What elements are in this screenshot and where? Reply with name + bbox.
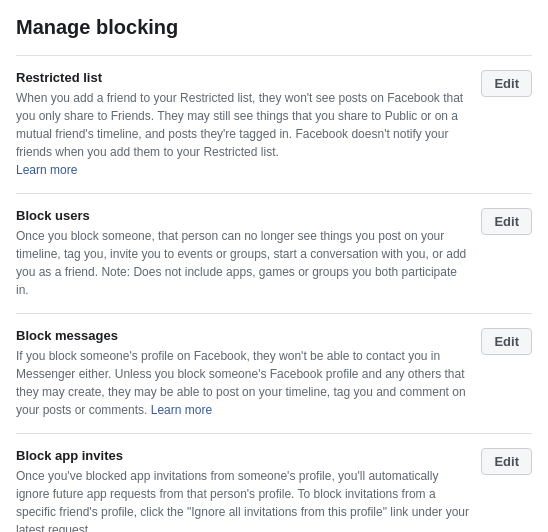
section-block-users: Block users Once you block someone, that… <box>16 193 532 313</box>
manage-blocking-container: Manage blocking Restricted list When you… <box>0 0 548 532</box>
edit-button-block-users[interactable]: Edit <box>481 208 532 235</box>
edit-button-block-messages[interactable]: Edit <box>481 328 532 355</box>
section-desc-block-messages: If you block someone's profile on Facebo… <box>16 347 469 419</box>
section-content-restricted-list: Restricted list When you add a friend to… <box>16 70 481 179</box>
section-desc-block-users: Once you block someone, that person can … <box>16 227 469 299</box>
section-desc-restricted-list: When you add a friend to your Restricted… <box>16 89 469 179</box>
section-block-app-invites: Block app invites Once you've blocked ap… <box>16 433 532 532</box>
edit-button-block-app-invites[interactable]: Edit <box>481 448 532 475</box>
section-restricted-list: Restricted list When you add a friend to… <box>16 55 532 193</box>
section-title-block-messages: Block messages <box>16 328 469 343</box>
section-desc-block-app-invites: Once you've blocked app invitations from… <box>16 467 469 532</box>
page-title: Manage blocking <box>16 16 532 39</box>
section-content-block-messages: Block messages If you block someone's pr… <box>16 328 481 419</box>
learn-more-link-block-messages[interactable]: Learn more <box>151 403 212 417</box>
edit-button-restricted-list[interactable]: Edit <box>481 70 532 97</box>
section-content-block-users: Block users Once you block someone, that… <box>16 208 481 299</box>
section-title-block-app-invites: Block app invites <box>16 448 469 463</box>
section-content-block-app-invites: Block app invites Once you've blocked ap… <box>16 448 481 532</box>
learn-more-link-restricted-list[interactable]: Learn more <box>16 163 77 177</box>
section-title-block-users: Block users <box>16 208 469 223</box>
section-block-messages: Block messages If you block someone's pr… <box>16 313 532 433</box>
section-title-restricted-list: Restricted list <box>16 70 469 85</box>
